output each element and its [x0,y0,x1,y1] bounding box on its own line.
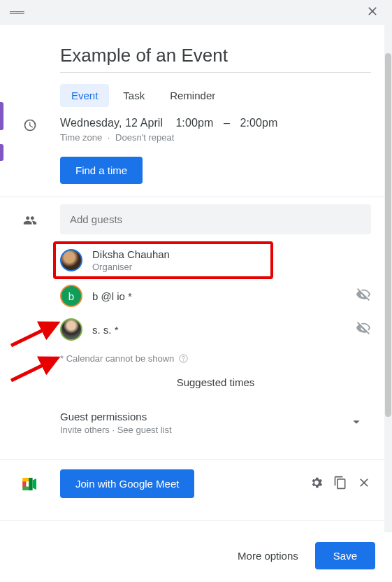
timezone-link[interactable]: Time zone [60,132,102,143]
visibility-off-icon[interactable] [356,287,371,305]
end-time[interactable]: 2:00pm [240,117,277,129]
copy-icon [333,476,347,490]
suggested-times-button[interactable]: Suggested times [60,376,371,388]
svg-rect-5 [22,486,29,490]
guest-name: b @l io * [92,290,132,302]
guest-row-organiser[interactable]: Diksha Chauhan Organiser [53,241,273,279]
svg-rect-3 [22,478,29,481]
close-icon [365,4,379,18]
calendar-stub [0,144,3,161]
close-icon [357,476,371,490]
guest-permissions-row[interactable]: Guest permissions Invite others · See gu… [0,404,392,446]
save-button[interactable]: Save [315,542,375,569]
guest-name: Diksha Chauhan [92,248,170,260]
people-icon [23,213,37,227]
svg-point-1 [183,360,184,361]
close-button[interactable] [363,1,382,24]
chevron-down-icon[interactable] [349,414,364,432]
dialog-footer: More options Save [0,532,392,582]
guest-row[interactable]: s. s. * [60,313,371,346]
copy-meet-button[interactable] [333,476,347,492]
avatar [60,249,82,271]
divider [0,520,392,521]
clock-icon [23,118,37,132]
find-time-button[interactable]: Find a time [60,157,143,184]
remove-meet-button[interactable] [357,476,371,492]
scrollbar-thumb[interactable] [385,53,391,417]
calendar-footnote: * Calendar cannot be shown [60,353,371,364]
start-time[interactable]: 1:00pm [175,117,213,129]
scrollbar-track[interactable] [384,25,392,537]
event-title-input[interactable]: Example of an Event [60,45,371,73]
tab-task[interactable]: Task [112,84,156,107]
dot-separator: · [108,132,110,143]
visibility-off-icon[interactable] [356,320,371,339]
type-tabs: Event Task Reminder [60,84,392,107]
svg-rect-6 [29,478,32,490]
more-options-button[interactable]: More options [232,543,304,569]
repeat-link[interactable]: Doesn't repeat [115,132,174,143]
dot-separator: · [112,425,117,435]
dialog-header: ══ [0,0,392,25]
drag-handle-icon[interactable]: ══ [10,6,23,19]
help-icon[interactable] [178,353,189,364]
calendar-stub [0,102,3,130]
add-guests-input[interactable] [60,204,371,234]
guest-role: Organiser [92,262,170,272]
google-meet-icon [22,478,38,490]
avatar: b [60,285,82,307]
permissions-invite: Invite others [60,425,110,435]
join-meet-button[interactable]: Join with Google Meet [60,469,194,498]
tab-reminder[interactable]: Reminder [159,84,226,107]
permissions-see: See guest list [117,425,172,435]
time-separator: – [224,117,230,129]
avatar [60,318,82,341]
permissions-title: Guest permissions [60,411,172,423]
event-date[interactable]: Wednesday, 12 April [60,117,163,129]
guest-row[interactable]: b b @l io * [60,279,371,313]
meet-settings-button[interactable] [310,476,324,492]
tab-event[interactable]: Event [60,84,109,107]
datetime-row[interactable]: Wednesday, 12 April 1:00pm – 2:00pm [60,117,371,129]
guest-name: s. s. * [92,324,119,336]
gear-icon [310,476,324,490]
